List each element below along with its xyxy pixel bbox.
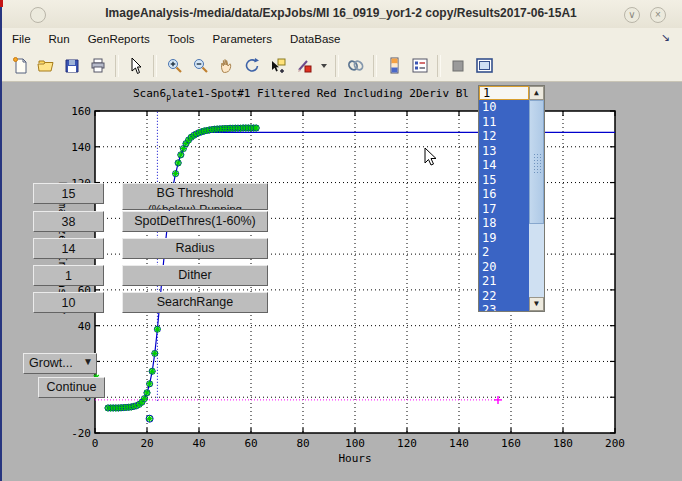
dropdown-item-17[interactable]: 17 (479, 202, 529, 217)
print-icon[interactable] (86, 54, 110, 78)
dither-button[interactable]: Dither (122, 265, 268, 286)
dropdown-item-13[interactable]: 13 (479, 144, 529, 159)
x-tick-label: 80 (296, 437, 309, 450)
searchrange-field[interactable] (33, 292, 104, 313)
application-window: ImageAnalysis-/media/data/ExpJobs/MI 16_… (0, 0, 682, 481)
y-tick-label: 140 (71, 141, 91, 154)
x-tick-label: 20 (140, 437, 153, 450)
x-tick-label: 200 (605, 437, 625, 450)
dropdown-item-11[interactable]: 11 (479, 115, 529, 130)
rotate-3d-icon[interactable] (240, 54, 264, 78)
scrollbar-thumb[interactable] (529, 100, 544, 224)
scrollbar-grip-dots (533, 153, 542, 173)
dropdown-item-10[interactable]: 10 (479, 100, 529, 115)
zoom-in-icon[interactable] (162, 54, 186, 78)
menu-item-database[interactable]: DataBase (290, 33, 341, 45)
toolbar-separator (335, 55, 339, 77)
open-folder-icon[interactable] (34, 54, 58, 78)
x-tick-label: 0 (92, 437, 99, 450)
dropdown-item-1[interactable]: 1 (479, 86, 529, 100)
spotdetthres-field[interactable] (33, 211, 104, 232)
plot-title: Scan6plate1-Spot#1 Filtered Red Includin… (133, 87, 469, 102)
x-axis-label: Hours (338, 452, 371, 465)
dropdown-item-2[interactable]: 2 (479, 245, 529, 260)
searchrange-button-label: SearchRange (123, 293, 267, 312)
searchrange-button[interactable]: SearchRange (122, 292, 268, 313)
brush-icon[interactable] (292, 54, 316, 78)
spotdetthres-button-label: SpotDetThres(1-60%) (123, 212, 267, 231)
dither-button-label: Dither (123, 266, 267, 285)
titlebar[interactable]: ImageAnalysis-/media/data/ExpJobs/MI 16_… (0, 0, 682, 29)
dropdown-item-15[interactable]: 15 (479, 173, 529, 188)
chevron-down-icon: ▼ (83, 356, 93, 367)
menu-item-parameters[interactable]: Parameters (213, 33, 272, 45)
x-tick-label: 120 (397, 437, 417, 450)
menu-item-genreports[interactable]: GenReports (88, 33, 150, 45)
close-button[interactable]: × (650, 7, 666, 23)
dropdown-item-12[interactable]: 12 (479, 129, 529, 144)
bg-threshold-button-label: BG Threshold (123, 184, 267, 203)
dropdown-item-16[interactable]: 16 (479, 187, 529, 202)
window-title: ImageAnalysis-/media/data/ExpJobs/MI 16_… (0, 6, 682, 20)
menu-overflow-arrow-icon[interactable]: ↘ (661, 31, 670, 44)
dropdown-items: 10111213141516171819220212223 (479, 100, 529, 311)
growth-popup-label: Growt... (29, 356, 73, 370)
bg-threshold-button-sublabel: (%below) Running (123, 203, 267, 210)
growth-popup-menu[interactable]: Growt... ▼ (23, 353, 97, 374)
radius-field[interactable] (33, 238, 104, 259)
dither-field[interactable] (33, 265, 104, 286)
insert-legend-icon[interactable] (408, 54, 432, 78)
x-tick-label: 140 (449, 437, 469, 450)
dropdown-item-19[interactable]: 19 (479, 231, 529, 246)
x-tick-label: 180 (553, 437, 573, 450)
new-document-icon[interactable] (8, 54, 32, 78)
menubar: FileRunGenReportsToolsParametersDataBase (2, 28, 682, 50)
toolbar-separator (373, 55, 377, 77)
dropdown-item-23[interactable]: 23 (479, 303, 529, 311)
link-plots-icon[interactable] (344, 54, 368, 78)
bg-threshold-field[interactable] (33, 183, 104, 204)
radius-button-label: Radius (123, 239, 267, 258)
toolbar (2, 50, 682, 82)
save-icon[interactable] (60, 54, 84, 78)
pan-hand-icon[interactable] (214, 54, 238, 78)
x-tick-label: 60 (244, 437, 257, 450)
scroll-up-icon[interactable]: ▲ (529, 86, 544, 100)
y-tick-label: 160 (71, 105, 91, 118)
spotdetthres-button[interactable]: SpotDetThres(1-60%) (122, 211, 268, 232)
shade-button[interactable]: ∨ (624, 7, 640, 23)
dropdown-item-21[interactable]: 21 (479, 274, 529, 289)
pointer-arrow-icon[interactable] (124, 54, 148, 78)
data-cursor-icon[interactable] (266, 54, 290, 78)
continue-button[interactable]: Continue (38, 377, 105, 398)
colorbar-icon[interactable] (382, 54, 406, 78)
spot-number-dropdown-list: 1 10111213141516171819220212223 ▲ ▼ (478, 85, 545, 312)
toolbar-separator (115, 55, 119, 77)
menu-item-file[interactable]: File (12, 33, 31, 45)
plot-tools-off-icon[interactable] (446, 54, 470, 78)
plot-tools-on-icon[interactable] (472, 54, 496, 78)
bg-threshold-button[interactable]: BG Threshold (%below) Running (122, 183, 268, 210)
dropdown-scrollbar[interactable]: ▲ ▼ (529, 86, 544, 311)
menu-item-tools[interactable]: Tools (168, 33, 195, 45)
x-tick-label: 160 (501, 437, 521, 450)
x-tick-label: 100 (345, 437, 365, 450)
dropdown-item-18[interactable]: 18 (479, 216, 529, 231)
dropdown-item-14[interactable]: 14 (479, 158, 529, 173)
menu-item-run[interactable]: Run (49, 33, 70, 45)
toolbar-separator (437, 55, 441, 77)
dropdown-item-22[interactable]: 22 (479, 289, 529, 304)
plot-title-prefix: Scan6 (133, 87, 166, 100)
plot-title-rest: late1-Spot#1 Filtered Red Including 2Der… (171, 87, 469, 100)
dropdown-item-20[interactable]: 20 (479, 260, 529, 275)
y-tick-label: 40 (78, 320, 91, 333)
x-tick-label: 40 (192, 437, 205, 450)
toolbar-separator (153, 55, 157, 77)
window-corner-handle (0, 0, 3, 7)
mouse-cursor (424, 147, 438, 167)
brush-dropdown-icon[interactable] (318, 54, 330, 78)
radius-button[interactable]: Radius (122, 238, 268, 259)
zoom-out-icon[interactable] (188, 54, 212, 78)
y-tick-label: -20 (71, 427, 91, 440)
scroll-down-icon[interactable]: ▼ (529, 297, 544, 311)
